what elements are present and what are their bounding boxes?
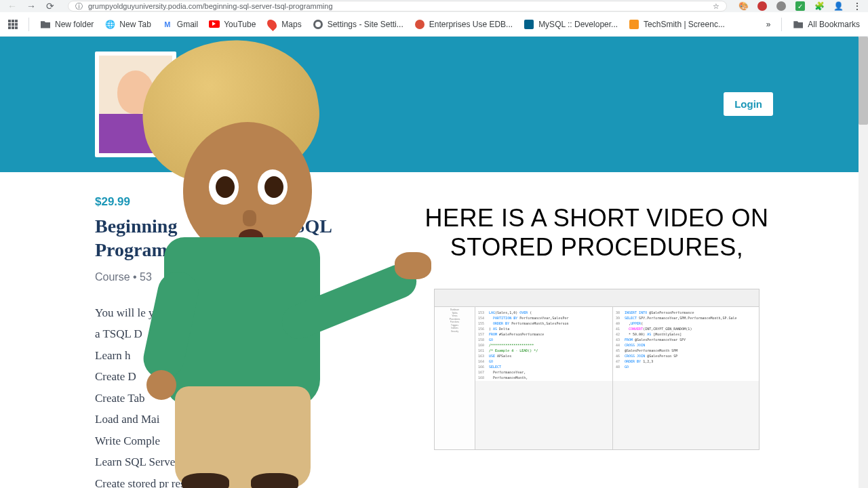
site-header: Login — [0, 37, 868, 172]
video-thumbnail[interactable]: DatabaseTablesViewsProceduresFunctionsTr… — [434, 289, 760, 450]
login-button[interactable]: Login — [724, 92, 773, 116]
desc-line: Load and Mai — [95, 409, 420, 430]
bookmark-maps[interactable]: Maps — [267, 19, 301, 30]
bookmark-label: MySQL :: Developer... — [538, 20, 618, 29]
bookmark-label: Enterprises Use EDB... — [429, 20, 513, 29]
bookmark-gmail[interactable]: M Gmail — [162, 19, 198, 30]
page-content: $29.99 Beginning SQL Server TSQL Program… — [0, 172, 868, 488]
gmail-icon: M — [162, 19, 173, 30]
desc-line: Learn h — [95, 345, 420, 366]
divider — [781, 18, 782, 31]
divider — [28, 18, 29, 31]
course-description: You will le you to assume the role of a … — [95, 302, 420, 488]
desc-line: a TSQL D — [95, 323, 420, 344]
course-price: $29.99 — [95, 195, 420, 209]
edb-icon — [414, 19, 425, 30]
site-logo[interactable] — [95, 52, 176, 157]
bookmark-mysql[interactable]: MySQL :: Developer... — [524, 19, 618, 30]
scroll-thumb[interactable] — [859, 37, 868, 125]
desc-line: Create Tab — [95, 388, 420, 409]
youtube-icon — [209, 19, 220, 30]
site-info-icon[interactable]: ⓘ — [75, 1, 83, 12]
ext-check-icon[interactable]: ✓ — [795, 1, 806, 12]
ext-paint-icon[interactable]: 🎨 — [738, 1, 749, 12]
desc-line: Learn SQL Serve n fu — [95, 451, 420, 472]
bookmark-settings[interactable]: Settings - Site Setti... — [313, 19, 403, 30]
maps-icon — [267, 19, 277, 30]
reload-button[interactable]: ⟳ — [43, 0, 57, 13]
bookmark-label: All Bookmarks — [808, 20, 860, 29]
apps-button[interactable] — [8, 20, 18, 29]
page-scrollbar[interactable] — [859, 37, 868, 488]
gear-icon — [313, 19, 323, 30]
bookmarks-overflow-icon[interactable]: » — [766, 20, 771, 29]
folder-icon — [40, 19, 51, 30]
menu-icon[interactable]: ⋮ — [852, 1, 863, 12]
bookmark-label: TechSmith | Screenc... — [644, 20, 725, 29]
techsmith-icon — [629, 19, 639, 30]
bookmark-label: New Tab — [119, 20, 151, 29]
back-button[interactable]: ← — [5, 0, 19, 13]
globe-icon: 🌐 — [104, 19, 115, 30]
bookmark-youtube[interactable]: YouTube — [209, 19, 256, 30]
folder-icon — [793, 19, 804, 30]
desc-line: You will le you to assume the role of — [95, 302, 420, 323]
ext-ublock-icon[interactable] — [757, 1, 768, 12]
extensions-icon[interactable]: 🧩 — [814, 1, 825, 12]
browser-actions: 🎨 ✓ 🧩 👤 ⋮ — [738, 1, 863, 12]
bookmark-label: YouTube — [224, 20, 256, 29]
mysql-icon — [524, 19, 534, 30]
star-icon[interactable]: ☆ — [713, 2, 719, 11]
video-caption: HERE IS A SHORT VIDEO ON STORED PROCEDUR… — [420, 203, 773, 262]
bookmark-label: New folder — [55, 20, 94, 29]
course-title: Beginning SQL Server TSQL Program — [95, 214, 420, 262]
desc-line: Write Comple — [95, 430, 420, 451]
course-info: $29.99 Beginning SQL Server TSQL Program… — [95, 172, 420, 488]
course-meta: Course • 53 — [95, 271, 420, 283]
forward-button[interactable]: → — [24, 0, 38, 13]
bookmark-edb[interactable]: Enterprises Use EDB... — [414, 19, 513, 30]
apps-icon — [8, 20, 18, 29]
desc-line: Create stored pr res and batch script — [95, 473, 420, 489]
ext-gray-icon[interactable] — [776, 1, 787, 12]
all-bookmarks[interactable]: All Bookmarks — [793, 19, 860, 30]
video-section: HERE IS A SHORT VIDEO ON STORED PROCEDUR… — [420, 172, 773, 488]
bookmark-new-folder[interactable]: New folder — [40, 19, 94, 30]
bookmarks-bar: New folder 🌐 New Tab M Gmail YouTube Map… — [0, 12, 868, 37]
profile-icon[interactable]: 👤 — [833, 1, 844, 12]
browser-toolbar: ← → ⟳ ⓘ grumpyoldguyuniversity.podia.com… — [0, 0, 868, 12]
bookmark-label: Maps — [281, 20, 301, 29]
desc-line: Create D — [95, 366, 420, 387]
url-text: grumpyoldguyuniversity.podia.com/beginni… — [88, 2, 707, 10]
bookmark-label: Settings - Site Setti... — [328, 20, 403, 29]
bookmark-techsmith[interactable]: TechSmith | Screenc... — [629, 19, 725, 30]
bookmark-new-tab[interactable]: 🌐 New Tab — [104, 19, 151, 30]
bookmark-label: Gmail — [177, 20, 198, 29]
address-bar[interactable]: ⓘ grumpyoldguyuniversity.podia.com/begin… — [68, 1, 727, 12]
